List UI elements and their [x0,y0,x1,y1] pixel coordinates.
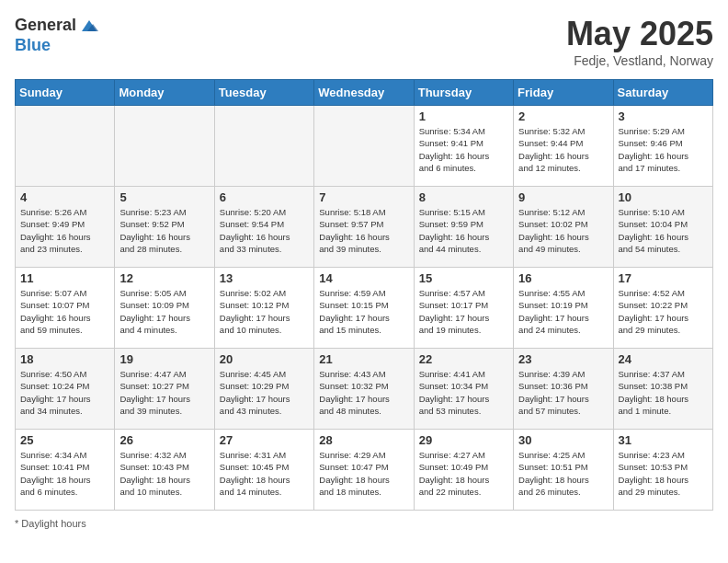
day-number: 24 [619,352,708,366]
calendar-cell: 1Sunrise: 5:34 AM Sunset: 9:41 PM Daylig… [414,106,513,187]
day-number: 2 [518,109,608,123]
calendar-week-row: 18Sunrise: 4:50 AM Sunset: 10:24 PM Dayl… [16,349,713,430]
day-number: 3 [619,109,708,123]
day-number: 12 [119,271,209,285]
day-number: 5 [119,190,209,204]
day-number: 22 [419,352,508,366]
calendar-cell: 18Sunrise: 4:50 AM Sunset: 10:24 PM Dayl… [16,349,115,430]
calendar-cell: 16Sunrise: 4:55 AM Sunset: 10:19 PM Dayl… [514,268,613,349]
logo-icon [78,15,100,37]
day-number: 10 [619,190,708,204]
day-number: 15 [419,271,508,285]
day-info: Sunrise: 5:26 AM Sunset: 9:49 PM Dayligh… [20,206,109,255]
day-number: 31 [619,433,708,447]
day-info: Sunrise: 5:23 AM Sunset: 9:52 PM Dayligh… [119,206,209,255]
footer-note: * Daylight hours [15,518,713,529]
day-number: 28 [319,433,408,447]
calendar-cell: 12Sunrise: 5:05 AM Sunset: 10:09 PM Dayl… [115,268,214,349]
calendar-cell: 25Sunrise: 4:34 AM Sunset: 10:41 PM Dayl… [16,430,115,511]
calendar-cell: 17Sunrise: 4:52 AM Sunset: 10:22 PM Dayl… [613,268,712,349]
calendar-header-row: SundayMondayTuesdayWednesdayThursdayFrid… [16,80,713,106]
calendar-table: SundayMondayTuesdayWednesdayThursdayFrid… [15,79,713,511]
day-number: 23 [518,352,608,366]
logo-blue-text: Blue [15,37,100,55]
day-info: Sunrise: 4:34 AM Sunset: 10:41 PM Daylig… [20,449,109,498]
calendar-cell: 14Sunrise: 4:59 AM Sunset: 10:15 PM Dayl… [314,268,414,349]
calendar-cell: 10Sunrise: 5:10 AM Sunset: 10:04 PM Dayl… [613,187,712,268]
day-number: 11 [20,271,109,285]
col-header-tuesday: Tuesday [214,80,313,106]
day-number: 8 [419,190,508,204]
day-info: Sunrise: 4:39 AM Sunset: 10:36 PM Daylig… [518,368,608,417]
calendar-cell: 2Sunrise: 5:32 AM Sunset: 9:44 PM Daylig… [514,106,613,187]
page-header: General Blue May 2025 Fedje, Vestland, N… [15,15,713,68]
calendar-cell: 19Sunrise: 4:47 AM Sunset: 10:27 PM Dayl… [115,349,214,430]
day-info: Sunrise: 4:37 AM Sunset: 10:38 PM Daylig… [619,368,708,417]
day-number: 4 [20,190,109,204]
calendar-cell: 5Sunrise: 5:23 AM Sunset: 9:52 PM Daylig… [115,187,214,268]
calendar-cell: 29Sunrise: 4:27 AM Sunset: 10:49 PM Dayl… [414,430,513,511]
day-info: Sunrise: 4:25 AM Sunset: 10:51 PM Daylig… [518,449,608,498]
calendar-cell: 30Sunrise: 4:25 AM Sunset: 10:51 PM Dayl… [514,430,613,511]
daylight-note: Daylight hours [21,518,85,529]
day-info: Sunrise: 4:59 AM Sunset: 10:15 PM Daylig… [319,287,408,336]
day-info: Sunrise: 5:29 AM Sunset: 9:46 PM Dayligh… [619,125,708,174]
calendar-cell: 21Sunrise: 4:43 AM Sunset: 10:32 PM Dayl… [314,349,414,430]
day-number: 25 [20,433,109,447]
calendar-cell: 7Sunrise: 5:18 AM Sunset: 9:57 PM Daylig… [314,187,414,268]
day-info: Sunrise: 5:34 AM Sunset: 9:41 PM Dayligh… [419,125,508,174]
day-info: Sunrise: 4:32 AM Sunset: 10:43 PM Daylig… [119,449,209,498]
col-header-thursday: Thursday [414,80,513,106]
day-info: Sunrise: 4:43 AM Sunset: 10:32 PM Daylig… [319,368,408,417]
col-header-friday: Friday [514,80,613,106]
day-number: 29 [419,433,508,447]
day-info: Sunrise: 4:55 AM Sunset: 10:19 PM Daylig… [518,287,608,336]
day-info: Sunrise: 4:23 AM Sunset: 10:53 PM Daylig… [619,449,708,498]
calendar-cell: 22Sunrise: 4:41 AM Sunset: 10:34 PM Dayl… [414,349,513,430]
day-info: Sunrise: 5:12 AM Sunset: 10:02 PM Daylig… [518,206,608,255]
col-header-sunday: Sunday [16,80,115,106]
calendar-cell: 3Sunrise: 5:29 AM Sunset: 9:46 PM Daylig… [613,106,712,187]
day-number: 13 [220,271,309,285]
day-number: 19 [119,352,209,366]
col-header-wednesday: Wednesday [314,80,414,106]
day-info: Sunrise: 5:18 AM Sunset: 9:57 PM Dayligh… [319,206,408,255]
day-number: 16 [518,271,608,285]
calendar-cell [115,106,214,187]
calendar-cell [214,106,313,187]
day-info: Sunrise: 4:45 AM Sunset: 10:29 PM Daylig… [220,368,309,417]
day-info: Sunrise: 4:52 AM Sunset: 10:22 PM Daylig… [619,287,708,336]
col-header-saturday: Saturday [613,80,712,106]
calendar-week-row: 1Sunrise: 5:34 AM Sunset: 9:41 PM Daylig… [16,106,713,187]
day-info: Sunrise: 4:57 AM Sunset: 10:17 PM Daylig… [419,287,508,336]
col-header-monday: Monday [115,80,214,106]
calendar-cell [314,106,414,187]
logo-general-text: General [15,17,76,35]
calendar-cell: 31Sunrise: 4:23 AM Sunset: 10:53 PM Dayl… [613,430,712,511]
day-number: 17 [619,271,708,285]
day-info: Sunrise: 5:07 AM Sunset: 10:07 PM Daylig… [20,287,109,336]
day-info: Sunrise: 5:15 AM Sunset: 9:59 PM Dayligh… [419,206,508,255]
day-number: 18 [20,352,109,366]
calendar-cell: 27Sunrise: 4:31 AM Sunset: 10:45 PM Dayl… [214,430,313,511]
calendar-cell: 26Sunrise: 4:32 AM Sunset: 10:43 PM Dayl… [115,430,214,511]
day-info: Sunrise: 4:31 AM Sunset: 10:45 PM Daylig… [220,449,309,498]
day-info: Sunrise: 4:29 AM Sunset: 10:47 PM Daylig… [319,449,408,498]
day-info: Sunrise: 5:32 AM Sunset: 9:44 PM Dayligh… [518,125,608,174]
calendar-cell: 24Sunrise: 4:37 AM Sunset: 10:38 PM Dayl… [613,349,712,430]
calendar-cell: 20Sunrise: 4:45 AM Sunset: 10:29 PM Dayl… [214,349,313,430]
calendar-week-row: 4Sunrise: 5:26 AM Sunset: 9:49 PM Daylig… [16,187,713,268]
calendar-cell: 8Sunrise: 5:15 AM Sunset: 9:59 PM Daylig… [414,187,513,268]
logo: General Blue [15,15,100,55]
calendar-cell: 23Sunrise: 4:39 AM Sunset: 10:36 PM Dayl… [514,349,613,430]
calendar-cell [16,106,115,187]
day-info: Sunrise: 4:47 AM Sunset: 10:27 PM Daylig… [119,368,209,417]
calendar-cell: 11Sunrise: 5:07 AM Sunset: 10:07 PM Dayl… [16,268,115,349]
day-number: 26 [119,433,209,447]
day-number: 20 [220,352,309,366]
calendar-cell: 15Sunrise: 4:57 AM Sunset: 10:17 PM Dayl… [414,268,513,349]
calendar-cell: 28Sunrise: 4:29 AM Sunset: 10:47 PM Dayl… [314,430,414,511]
day-info: Sunrise: 5:05 AM Sunset: 10:09 PM Daylig… [119,287,209,336]
title-section: May 2025 Fedje, Vestland, Norway [566,15,713,68]
day-number: 7 [319,190,408,204]
